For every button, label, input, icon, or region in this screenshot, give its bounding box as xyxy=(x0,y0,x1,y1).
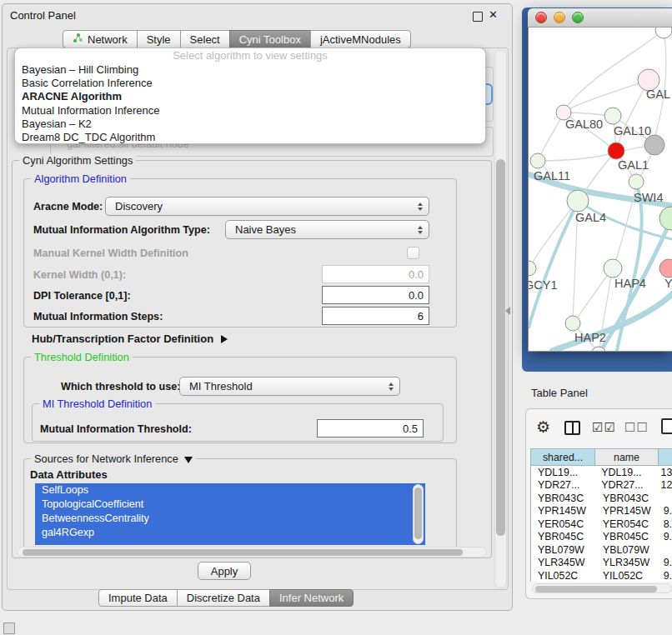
table-cell: 9. xyxy=(659,505,672,517)
minimize-traffic-light-icon[interactable] xyxy=(554,12,565,23)
table-cell: YDR27... xyxy=(531,479,594,491)
tab-jactivemnodules[interactable]: jActiveMNodules xyxy=(310,30,411,48)
settings-vertical-scrollbar[interactable] xyxy=(494,50,507,588)
network-node-y[interactable] xyxy=(659,259,672,278)
table-row[interactable]: YPR145WYPR145W9. xyxy=(531,505,672,518)
data-attribute-item[interactable]: gal4RGexp xyxy=(35,526,425,540)
kernel-width-field[interactable]: 0.0 xyxy=(322,265,429,283)
network-node-label: SWI4 xyxy=(634,191,663,204)
table-row[interactable]: YBL079WYBL079W xyxy=(531,543,672,557)
algorithm-menu-item[interactable]: Dream8 DC_TDC Algorithm xyxy=(15,131,485,144)
network-node-label: GAL xyxy=(646,88,670,101)
hub-factor-section-toggle[interactable]: Hub/Transcription Factor Definition xyxy=(32,332,228,345)
data-attribute-item[interactable]: TopologicalCoefficient xyxy=(35,498,425,512)
mi-threshold-field[interactable]: 0.5 xyxy=(317,419,424,438)
table-cell: 9. xyxy=(659,570,672,582)
network-node-label: HAP2 xyxy=(574,331,606,344)
which-threshold-combo[interactable]: MI Threshold xyxy=(179,377,400,396)
table-body: YDL19...YDL19...13YDR27...YDR27...12YBR0… xyxy=(530,466,672,582)
network-node-label: GAL10 xyxy=(614,124,651,138)
network-node[interactable] xyxy=(644,135,664,155)
network-node-hap4[interactable] xyxy=(604,259,622,278)
settings-vertical-scrollbar-thumb[interactable] xyxy=(496,159,505,536)
mi-type-combo[interactable]: Naive Bayes xyxy=(225,220,429,239)
which-threshold-label: Which threshold to use: xyxy=(61,381,180,392)
algorithm-menu-item[interactable]: Mutual Information Inference xyxy=(15,104,485,118)
tab-infer-network[interactable]: Infer Network xyxy=(269,589,354,607)
table-row[interactable]: YDL19...YDL19...13 xyxy=(531,466,672,479)
select-all-checkboxes-icon[interactable]: ☑☑ xyxy=(592,420,616,435)
tab-discretize-data[interactable]: Discretize Data xyxy=(177,589,270,607)
data-attribute-item[interactable]: SelfLoops xyxy=(35,483,425,498)
table-panel-title: Table Panel xyxy=(531,387,588,399)
network-node-gal10[interactable] xyxy=(604,108,621,124)
combo-stepper-icon xyxy=(418,202,423,211)
float-window-icon[interactable] xyxy=(473,12,483,22)
sources-group-title[interactable]: Sources for Network Inference xyxy=(31,452,196,465)
table-cell: 8. xyxy=(659,518,672,530)
data-attributes-list[interactable]: SelfLoopsTopologicalCoefficientBetweenne… xyxy=(35,483,425,545)
network-canvas[interactable]: GALGAL80GAL10GAL1GAL11SWI4GAL4GCY1HAP4YH… xyxy=(529,28,672,351)
table-row[interactable]: YER054CYER054C8. xyxy=(531,518,672,531)
split-view-icon[interactable] xyxy=(564,421,580,435)
table-row[interactable]: YDR27...YDR27...12 xyxy=(531,479,672,492)
document-icon[interactable] xyxy=(661,418,672,434)
network-node-swi4[interactable] xyxy=(629,174,644,189)
tab-select[interactable]: Select xyxy=(180,30,230,48)
table-cell: YIL052C xyxy=(531,570,595,582)
network-node-gal1[interactable] xyxy=(608,142,624,159)
tab-network[interactable]: Network xyxy=(63,30,138,48)
tab-cyni-toolbox[interactable]: Cyni Toolbox xyxy=(229,30,311,48)
column-header-shared-name[interactable]: shared... xyxy=(530,448,595,466)
column-header-name[interactable]: name xyxy=(594,448,659,466)
table-horizontal-scrollbar[interactable] xyxy=(532,583,672,593)
tab-style[interactable]: Style xyxy=(137,30,181,48)
table-row[interactable]: YLR345WYLR345W9. xyxy=(531,557,672,570)
mi-steps-label: Mutual Information Steps: xyxy=(33,311,163,322)
attributes-list-scrollbar[interactable] xyxy=(413,484,424,544)
close-icon[interactable]: ✕ xyxy=(489,8,498,21)
settings-horizontal-scrollbar[interactable] xyxy=(17,547,487,558)
mi-steps-field[interactable]: 6 xyxy=(322,307,429,325)
combo-stepper-icon xyxy=(389,382,394,391)
table-row[interactable]: YBR043CYBR043C xyxy=(531,492,672,505)
network-node-gcy1[interactable] xyxy=(529,261,536,276)
collapsed-panel-icon[interactable] xyxy=(3,622,15,634)
network-node[interactable] xyxy=(655,28,672,38)
control-panel-title: Control Panel xyxy=(10,9,76,22)
network-node-label: GCY1 xyxy=(529,278,558,292)
network-node-gal4[interactable] xyxy=(567,190,589,212)
network-node-hap2[interactable] xyxy=(565,316,580,331)
algorithm-dropdown-popup: Select algorithm to view settings Bayesi… xyxy=(14,48,486,144)
network-window-titlebar[interactable] xyxy=(528,8,672,28)
table-cell: YER054C xyxy=(531,518,595,530)
apply-button[interactable]: Apply xyxy=(198,562,251,580)
table-row[interactable]: YIL052CYIL052C9. xyxy=(531,569,672,582)
table-cell: YBR045C xyxy=(531,531,595,542)
tab-impute-data[interactable]: Impute Data xyxy=(98,589,178,607)
dpi-tolerance-field[interactable]: 0.0 xyxy=(322,286,429,304)
deselect-all-checkboxes-icon[interactable]: ☐☐ xyxy=(624,420,649,435)
tab-network-label: Network xyxy=(88,33,128,46)
collapse-down-icon xyxy=(184,457,193,463)
algorithm-menu-item[interactable]: Bayesian – Hill Climbing xyxy=(15,63,485,77)
algorithm-menu-item[interactable]: Bayesian – K2 xyxy=(15,118,485,131)
column-header-partial[interactable] xyxy=(658,448,672,466)
table-cell: YBR043C xyxy=(595,492,659,504)
network-node[interactable] xyxy=(659,207,672,230)
manual-kernel-checkbox[interactable] xyxy=(407,247,419,259)
gear-icon[interactable]: ⚙ xyxy=(536,418,550,436)
expand-right-icon xyxy=(221,335,228,343)
algorithm-menu-item[interactable]: Basic Correlation Inference xyxy=(15,77,485,90)
data-attribute-item[interactable]: BetweennessCentrality xyxy=(35,512,425,526)
control-panel-tabbar: Network Style Select Cyni Toolbox jActiv… xyxy=(63,30,411,48)
algorithm-menu-item[interactable]: ARACNE Algorithm xyxy=(15,90,485,103)
dpi-tolerance-label: DPI Tolerance [0,1]: xyxy=(33,290,131,302)
network-node-gal11[interactable] xyxy=(530,153,545,168)
screen: Control Panel ✕ Network Style Select Cyn… xyxy=(0,0,672,635)
panel-splitter-collapse-icon[interactable] xyxy=(505,307,510,315)
aracne-mode-combo[interactable]: Discovery xyxy=(105,197,429,216)
zoom-traffic-light-icon[interactable] xyxy=(572,12,584,23)
close-traffic-light-icon[interactable] xyxy=(535,12,547,23)
table-row[interactable]: YBR045CYBR045C9. xyxy=(531,531,672,544)
